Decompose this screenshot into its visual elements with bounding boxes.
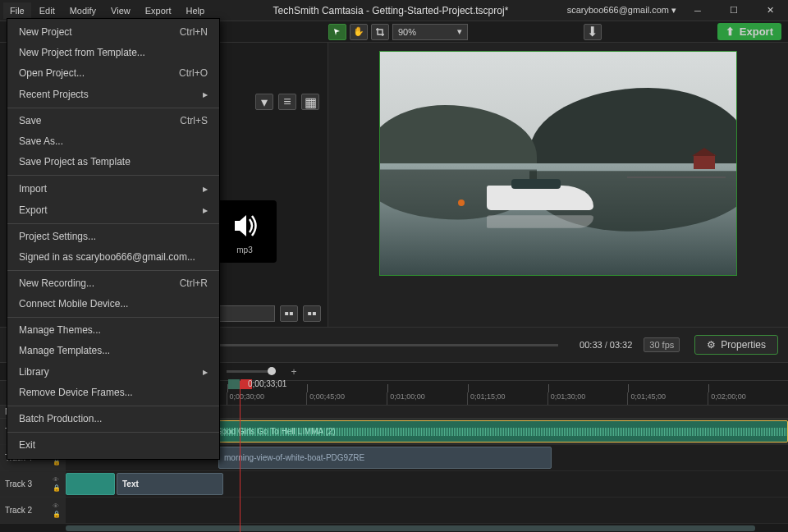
- timeline-horizontal-scrollbar[interactable]: [0, 524, 788, 532]
- thumb-small-button[interactable]: ▪▪: [280, 305, 298, 322]
- edit-tool-button[interactable]: [328, 24, 346, 40]
- close-button[interactable]: ✕: [755, 0, 785, 21]
- clip-text-track3[interactable]: Text: [117, 473, 223, 495]
- file-menu-item: Remove Device Frames...: [7, 383, 219, 403]
- canvas-zoom-select[interactable]: 90%▾: [392, 24, 468, 40]
- file-menu-item[interactable]: Save As...: [7, 131, 219, 152]
- file-menu-item[interactable]: Project Settings...: [7, 227, 219, 247]
- menu-edit[interactable]: Edit: [33, 2, 62, 19]
- export-button[interactable]: ⬆Export: [717, 23, 781, 40]
- file-menu-item[interactable]: Connect Mobile Device...: [7, 294, 219, 314]
- crop-tool-button[interactable]: [371, 24, 389, 40]
- view-list-button[interactable]: ≡: [278, 94, 296, 110]
- file-menu-item[interactable]: Open Project...Ctrl+O: [7, 63, 219, 84]
- media-dropdown[interactable]: ▾: [255, 94, 273, 110]
- file-menu-item[interactable]: Manage Templates...: [7, 341, 219, 361]
- file-menu-item[interactable]: Save Project as Template: [7, 152, 219, 172]
- pan-tool-button[interactable]: ✋: [350, 24, 368, 40]
- file-menu-item[interactable]: Batch Production...: [7, 409, 219, 429]
- file-menu-item[interactable]: New Project from Template...: [7, 43, 219, 63]
- upload-icon: ⬆: [726, 25, 735, 38]
- menu-view[interactable]: View: [104, 2, 137, 19]
- thumb-large-button[interactable]: ▪▪: [303, 305, 321, 322]
- menu-bar: File Edit Modify View Export Help: [0, 2, 214, 19]
- menu-help[interactable]: Help: [180, 2, 212, 19]
- timecode: 00:33 / 03:32: [575, 338, 637, 351]
- minimize-button[interactable]: ─: [683, 0, 712, 21]
- audio-icon: [228, 209, 261, 242]
- download-button[interactable]: ⬇: [584, 24, 602, 40]
- properties-button[interactable]: ⚙Properties: [694, 335, 778, 355]
- track-header-2[interactable]: Track 2👁🔒: [0, 498, 66, 523]
- file-menu-item[interactable]: New ProjectCtrl+N: [7, 22, 219, 43]
- file-menu-item[interactable]: Library: [7, 361, 219, 383]
- zoom-in-button[interactable]: +: [287, 365, 300, 378]
- track-header-3[interactable]: Track 3👁🔒: [0, 471, 66, 497]
- clip-video-track4[interactable]: morning-view-of-white-boat-PDG9ZRE: [218, 447, 552, 469]
- file-menu-item[interactable]: Export: [7, 200, 219, 221]
- file-menu-item[interactable]: Manage Themes...: [7, 320, 219, 341]
- fps-indicator[interactable]: 30 fps: [644, 337, 680, 352]
- playhead[interactable]: [240, 381, 241, 450]
- timeline-zoom-slider[interactable]: [227, 370, 276, 373]
- file-dropdown-menu: New ProjectCtrl+NNew Project from Templa…: [7, 18, 220, 460]
- menu-export[interactable]: Export: [139, 2, 178, 19]
- file-menu-item[interactable]: Exit: [7, 435, 219, 456]
- window-title: TechSmith Camtasia - Getting-Started-Pro…: [214, 5, 566, 16]
- maximize-button[interactable]: ☐: [719, 0, 749, 21]
- gear-icon: ⚙: [707, 339, 716, 351]
- media-item-audio[interactable]: mp3: [213, 200, 277, 263]
- preview-canvas[interactable]: [379, 51, 737, 276]
- file-menu-item[interactable]: Signed in as scaryboo666@gmail.com...: [7, 247, 219, 268]
- view-thumb-button[interactable]: ▦: [301, 94, 319, 110]
- file-menu-item[interactable]: Import: [7, 178, 219, 200]
- clip-intro-track3[interactable]: [66, 473, 115, 495]
- playhead-time: 0;00;33;01: [248, 379, 286, 388]
- menu-file[interactable]: File: [3, 2, 31, 19]
- account-email[interactable]: scaryboo666@gmail.com ▾: [567, 5, 676, 16]
- file-menu-item: Recent Projects: [7, 84, 219, 105]
- menu-modify[interactable]: Modify: [63, 2, 103, 19]
- file-menu-item[interactable]: SaveCtrl+S: [7, 111, 219, 131]
- preview-image: [380, 52, 736, 275]
- file-menu-item[interactable]: New Recording...Ctrl+R: [7, 273, 219, 294]
